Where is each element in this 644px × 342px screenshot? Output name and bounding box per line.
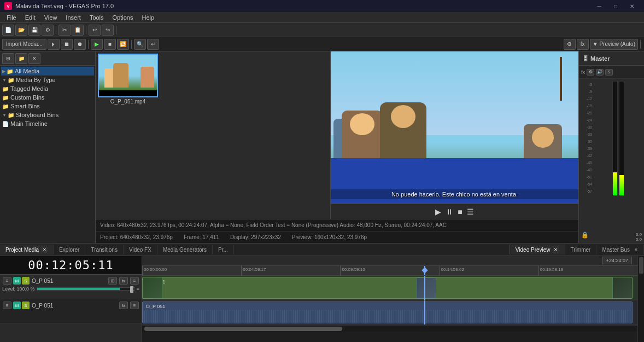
preview-fx[interactable]: fx xyxy=(577,39,589,50)
tab-video-fx[interactable]: Video FX xyxy=(124,245,157,254)
media-tree-btn2[interactable]: 📁 xyxy=(15,53,27,64)
playhead-line-1 xyxy=(424,276,425,300)
sep3 xyxy=(116,26,116,34)
menu-tools[interactable]: Tools xyxy=(85,13,108,22)
preview-auto[interactable]: ▼ Preview (Auto) xyxy=(590,39,638,50)
cut-btn[interactable]: ✂ xyxy=(58,25,71,36)
tab-close-video-preview[interactable]: ✕ xyxy=(553,246,559,253)
tree-item-media-by-type[interactable]: ▼ 📁 Media By Type xyxy=(1,76,94,84)
tb2-btn2[interactable]: ⏹ xyxy=(61,39,73,50)
hscroll-thumb[interactable] xyxy=(144,327,342,331)
media-tree-btn1[interactable]: ⊞ xyxy=(2,53,14,64)
master-solo-btn[interactable]: S xyxy=(605,69,613,76)
tab-video-preview[interactable]: Video Preview ✕ xyxy=(510,245,565,254)
track-1-settings-btn[interactable]: ≡ xyxy=(3,277,11,285)
minimize-button[interactable]: ─ xyxy=(592,1,607,11)
tree-label-media-by-type: Media By Type xyxy=(16,77,56,83)
tree-item-smart-bins[interactable]: 📁 Smart Bins xyxy=(1,102,94,111)
tree-label-tagged-media: Tagged Media xyxy=(10,85,48,92)
preview-settings[interactable]: ⚙ xyxy=(564,39,576,50)
tab-trimmer[interactable]: Trimmer xyxy=(565,245,597,254)
master-fx-btn[interactable]: ⚙ xyxy=(587,69,594,76)
tree-item-tagged-media[interactable]: 📁 Tagged Media xyxy=(1,84,94,93)
tab-media-generators[interactable]: Media Generators xyxy=(157,245,213,254)
tb2-btn3[interactable]: ⏺ xyxy=(74,39,86,50)
maximize-button[interactable]: □ xyxy=(608,1,623,11)
menu-options[interactable]: Options xyxy=(108,13,138,22)
thumbnail-item-0[interactable]: O_P_051.mp4 xyxy=(98,54,158,106)
tree-label-smart-bins: Smart Bins xyxy=(10,103,40,109)
vscroll-thumb[interactable] xyxy=(639,257,643,274)
track-1-expand-btn[interactable]: ⊞ xyxy=(108,277,117,285)
menu-view[interactable]: View xyxy=(40,13,62,22)
new-btn[interactable]: 📄 xyxy=(2,25,14,36)
tab-close-project-media[interactable]: ✕ xyxy=(41,246,48,253)
preview-menu-btn[interactable]: ☰ xyxy=(467,207,474,216)
tab-project-media[interactable]: Project Media ✕ xyxy=(0,245,54,254)
track-2-fx-btn[interactable]: fx xyxy=(119,302,128,309)
tab-transitions[interactable]: Transitions xyxy=(85,245,124,254)
track-1-level-fill xyxy=(37,288,120,290)
preview-pause-btn[interactable]: ⏸ xyxy=(446,207,453,216)
master-bus-close-btn[interactable]: ✕ xyxy=(634,247,638,252)
track-1-level-knob[interactable] xyxy=(130,286,133,293)
stop-btn[interactable]: ■ xyxy=(104,39,116,50)
save-btn[interactable]: 💾 xyxy=(28,25,40,36)
tb2-btn1[interactable]: ⏵ xyxy=(48,39,60,50)
track-1-s-btn[interactable]: S xyxy=(22,277,30,285)
import-media-btn[interactable]: Import Media... xyxy=(2,39,46,50)
track-2-settings-btn[interactable]: ≡ xyxy=(3,302,11,309)
track-1-level-value: ≡ xyxy=(137,286,139,292)
menu-file[interactable]: File xyxy=(2,13,21,22)
menu-help[interactable]: Help xyxy=(137,13,159,22)
menu-edit[interactable]: Edit xyxy=(21,13,40,22)
menu-insert[interactable]: Insert xyxy=(61,13,85,22)
master-mute-btn[interactable]: 🔊 xyxy=(596,69,604,76)
tab-pr[interactable]: Pr... xyxy=(213,245,234,254)
track-2-m-btn[interactable]: M xyxy=(13,302,21,309)
playhead-line-2 xyxy=(424,300,425,324)
play-btn[interactable]: ▶ xyxy=(91,39,103,50)
media-tree-btn3[interactable]: ✕ xyxy=(28,53,40,64)
track-2-overflow-btn[interactable]: ≡ xyxy=(130,302,139,309)
level-meters: -3-9-12-18-21-24-30-33-36-39-42-45-48-51… xyxy=(579,79,644,243)
frame-info: Frame: 17,411 xyxy=(184,234,219,240)
tree-item-all-media[interactable]: ▶ 📁 All Media xyxy=(1,67,94,76)
tab-master-bus-close[interactable]: Master Bus ✕ xyxy=(596,245,644,254)
close-button[interactable]: ✕ xyxy=(624,1,640,11)
preview-stop-btn[interactable]: ■ xyxy=(458,207,462,216)
undo-btn[interactable]: ↩ xyxy=(89,25,101,36)
open-btn[interactable]: 📂 xyxy=(15,25,27,36)
track-1-clip[interactable]: O_P 051 xyxy=(142,277,633,299)
timeline-hscroll[interactable] xyxy=(142,325,637,332)
track-2-s-btn[interactable]: S xyxy=(22,302,30,309)
tab-explorer[interactable]: Explorer xyxy=(54,245,85,254)
zoom-in-btn[interactable]: 🔍 xyxy=(134,39,146,50)
meter-val-1: 0.0 xyxy=(636,232,642,237)
window-controls[interactable]: ─ □ ✕ xyxy=(592,1,640,11)
properties-btn[interactable]: ⚙ xyxy=(42,25,54,36)
loop-btn[interactable]: 🔁 xyxy=(117,39,129,50)
ruler: 00:00:00:00 00:04:59:17 00:09:59:10 00:1… xyxy=(142,266,637,276)
folder-icon6: 📁 xyxy=(8,112,14,118)
thumbnail-image-0[interactable] xyxy=(98,54,158,97)
preview-play-btn[interactable]: ▶ xyxy=(435,207,441,216)
tree-item-storyboard-bins[interactable]: ▼ 📁 Storyboard Bins xyxy=(1,111,94,119)
track-controls: 00:12:05:11 ≡ M S O_P 051 ⊞ fx ≡ Level: … xyxy=(0,256,142,342)
tree-item-main-timeline[interactable]: 📄 Main Timeline xyxy=(1,119,94,128)
zoom-out-btn[interactable]: ↩ xyxy=(147,39,159,50)
tab-label-project-media: Project Media xyxy=(5,247,39,253)
track-2-clip[interactable]: O_P 051 xyxy=(142,302,633,323)
redo-btn[interactable]: ↪ xyxy=(102,25,114,36)
timeline-vscroll[interactable] xyxy=(637,256,644,342)
track-1-overflow-btn[interactable]: ≡ xyxy=(130,277,139,285)
top-panels: O_P_051.mp4 xyxy=(96,51,578,219)
track-1-m-btn[interactable]: M xyxy=(13,277,21,285)
lock-icon[interactable]: 🔒 xyxy=(581,231,589,239)
center-panel: O_P_051.mp4 xyxy=(96,51,578,243)
track-1-level-bar[interactable] xyxy=(37,287,135,291)
track-1-fx-btn[interactable]: fx xyxy=(119,277,128,285)
tab-label-transitions: Transitions xyxy=(91,247,118,253)
copy-btn[interactable]: 📋 xyxy=(72,25,84,36)
tree-item-custom-bins[interactable]: 📁 Custom Bins xyxy=(1,93,94,102)
